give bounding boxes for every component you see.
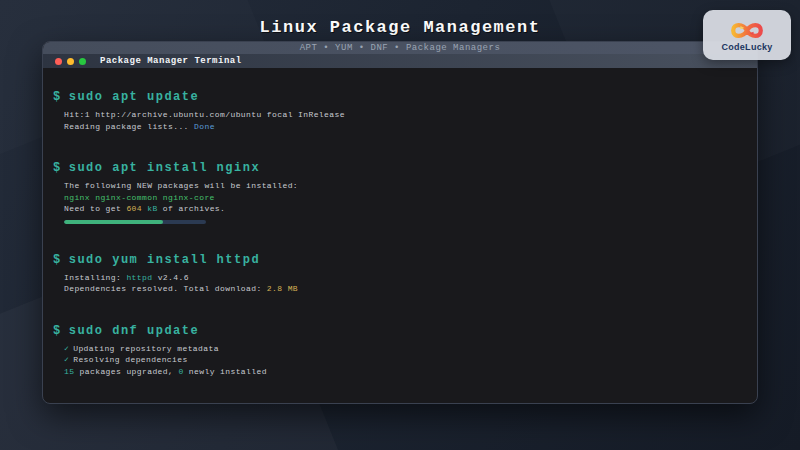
- page-title: Linux Package Management: [0, 18, 800, 37]
- version-text: v2.4.6: [152, 273, 188, 282]
- page-subtitle: APT • YUM • DNF • Package Managers: [300, 42, 501, 54]
- upgrade-count: 15: [64, 367, 74, 376]
- minimize-button[interactable]: [67, 58, 74, 65]
- output-line: Need to get 604 kB of archives.: [53, 203, 745, 215]
- command-text: sudo yum install httpd: [69, 253, 260, 267]
- subtitle-band: APT • YUM • DNF • Package Managers: [43, 42, 757, 54]
- output-line: Hit:1 http://archive.ubuntu.com/ubuntu f…: [53, 109, 745, 121]
- output-text: packages upgraded,: [74, 367, 178, 376]
- output-line: Installing: httpd v2.4.6: [53, 272, 745, 284]
- maximize-button[interactable]: [79, 58, 86, 65]
- command-block-apt-install: $sudo apt install nginx The following NE…: [53, 161, 745, 224]
- shell-prompt: $: [53, 161, 62, 175]
- shell-prompt: $: [53, 253, 62, 267]
- terminal-titlebar: Package Manager Terminal: [43, 54, 757, 68]
- command-block-dnf-update: $sudo dnf update ✓Updating repository me…: [53, 324, 745, 378]
- output-line: Reading package lists... Done: [53, 121, 745, 133]
- infographic-canvas: Linux Package Management APT • YUM • DNF…: [0, 0, 800, 450]
- shell-prompt: $: [53, 324, 62, 338]
- command-block-yum-install: $sudo yum install httpd Installing: http…: [53, 253, 745, 295]
- check-icon: ✓: [64, 344, 69, 353]
- shell-prompt: $: [53, 90, 62, 104]
- download-size: 604: [126, 204, 142, 213]
- command-line: $sudo yum install httpd: [53, 253, 745, 269]
- command-line: $sudo dnf update: [53, 324, 745, 340]
- command-text: sudo apt update: [69, 90, 200, 104]
- brand-card: CodeLucky: [703, 10, 791, 60]
- terminal-body[interactable]: $sudo apt update Hit:1 http://archive.ub…: [43, 68, 757, 377]
- progress-fill: [64, 220, 163, 224]
- output-text: of archives.: [158, 204, 226, 213]
- output-line: The following NEW packages will be insta…: [53, 180, 745, 192]
- output-text: newly installed: [184, 367, 267, 376]
- brand-name: CodeLucky: [721, 42, 772, 52]
- command-line: $sudo apt update: [53, 90, 745, 106]
- output-line: 15 packages upgraded, 0 newly installed: [53, 366, 745, 378]
- command-text: sudo dnf update: [69, 324, 200, 338]
- size-unit: kB: [142, 204, 158, 213]
- output-text: Reading package lists...: [64, 122, 194, 131]
- output-text: Installing:: [64, 273, 126, 282]
- package-name: httpd: [126, 273, 152, 282]
- progress-bar: [64, 220, 206, 224]
- output-line: Dependencies resolved. Total download: 2…: [53, 283, 745, 295]
- terminal-title: Package Manager Terminal: [100, 56, 242, 66]
- command-text: sudo apt install nginx: [69, 161, 260, 175]
- codelucky-infinity-logo-icon: [726, 20, 768, 41]
- close-button[interactable]: [55, 58, 62, 65]
- output-text: Dependencies resolved. Total download:: [64, 284, 267, 293]
- output-line: ✓Updating repository metadata: [53, 343, 745, 355]
- status-done: Done: [194, 122, 215, 131]
- output-line: ✓Resolving dependencies: [53, 354, 745, 366]
- command-block-apt-update: $sudo apt update Hit:1 http://archive.ub…: [53, 90, 745, 132]
- terminal-window: APT • YUM • DNF • Package Managers Packa…: [42, 41, 758, 404]
- output-text: Updating repository metadata: [73, 344, 219, 353]
- output-text: Resolving dependencies: [73, 355, 187, 364]
- download-size: 2.8 MB: [267, 284, 298, 293]
- output-text: Need to get: [64, 204, 126, 213]
- check-icon: ✓: [64, 355, 69, 364]
- package-list: nginx nginx-common nginx-core: [53, 192, 745, 204]
- command-line: $sudo apt install nginx: [53, 161, 745, 177]
